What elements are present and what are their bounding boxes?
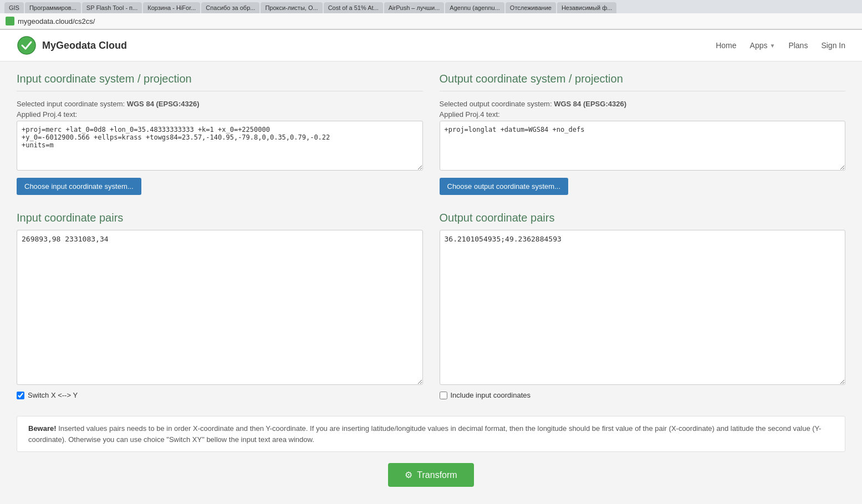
input-coord-pairs-textarea[interactable]: 269893,98 2331083,34: [17, 230, 423, 385]
nav-apps-label: Apps: [750, 41, 768, 50]
input-coord-pairs: Input coordinate pairs 269893,98 2331083…: [17, 212, 423, 399]
tab-gis[interactable]: GIS: [4, 2, 24, 13]
output-proj-label: Applied Proj.4 text:: [440, 110, 846, 119]
transform-label: Transform: [417, 470, 457, 480]
include-input-row: Include input coordinates: [440, 391, 846, 399]
output-selected-value: WGS 84 (EPSG:4326): [554, 100, 626, 108]
brand-name: MyGeodata Cloud: [42, 40, 127, 52]
output-selected-label: Selected output coordinate system: WGS 8…: [440, 100, 846, 108]
include-input-checkbox[interactable]: [440, 392, 447, 399]
tab-prog[interactable]: Программиров...: [25, 2, 81, 13]
address-text: mygeodata.cloud/cs2cs/: [18, 17, 95, 25]
tab-nezav[interactable]: Независимый ф...: [557, 2, 617, 13]
input-coord-pairs-title: Input coordinate pairs: [17, 212, 423, 224]
input-selected-value: WGS 84 (EPSG:4326): [127, 100, 200, 108]
svg-point-0: [18, 37, 35, 54]
input-coord-system-title: Input coordinate system / projection: [17, 73, 423, 85]
tab-bar: GIS Программиров... SP Flash Tool - п...…: [0, 0, 862, 13]
tab-airpush[interactable]: AirPush – лучши...: [384, 2, 445, 13]
nav-apps-dropdown[interactable]: Apps ▼: [750, 41, 776, 50]
navbar-links: Home Apps ▼ Plans Sign In: [716, 41, 845, 50]
brand-logo-icon: [17, 35, 37, 55]
gear-icon: ⚙: [405, 470, 412, 480]
nav-home[interactable]: Home: [716, 41, 736, 50]
tab-otslez[interactable]: Отслеживание: [506, 2, 556, 13]
output-coord-system-title: Output coordinate system / projection: [440, 73, 846, 85]
navbar: MyGeodata Cloud Home Apps ▼ Plans Sign I…: [0, 30, 862, 61]
include-input-label: Include input coordinates: [451, 391, 531, 399]
transform-button[interactable]: ⚙ Transform: [388, 463, 473, 487]
tab-cost[interactable]: Cost of a 51% At...: [324, 2, 383, 13]
input-coord-system: Input coordinate system / projection Sel…: [17, 73, 423, 195]
warning-box: Beware! Inserted values pairs needs to b…: [17, 416, 845, 452]
input-selected-label: Selected input coordinate system: WGS 84…: [17, 100, 423, 108]
tab-spasibo[interactable]: Спасибо за обр...: [201, 2, 259, 13]
nav-signin[interactable]: Sign In: [821, 41, 845, 50]
tab-agennu[interactable]: Agennu (agennu...: [445, 2, 504, 13]
choose-input-coord-button[interactable]: Choose input coordinate system...: [17, 178, 141, 195]
coord-pairs-section: Input coordinate pairs 269893,98 2331083…: [17, 212, 845, 399]
address-bar[interactable]: mygeodata.cloud/cs2cs/: [0, 13, 862, 29]
switch-xy-checkbox[interactable]: [17, 392, 24, 399]
input-proj-label: Applied Proj.4 text:: [17, 110, 423, 119]
input-proj-textarea[interactable]: +proj=merc +lat_0=0d8 +lon_0=35.48333333…: [17, 121, 423, 171]
favicon-icon: [6, 17, 14, 25]
chevron-down-icon: ▼: [769, 43, 775, 49]
nav-plans[interactable]: Plans: [788, 41, 808, 50]
browser-chrome: GIS Программиров... SP Flash Tool - п...…: [0, 0, 862, 30]
transform-row: ⚙ Transform: [17, 463, 845, 487]
main-content: Input coordinate system / projection Sel…: [0, 61, 862, 504]
switch-xy-row: Switch X <--> Y: [17, 391, 423, 399]
choose-output-coord-button[interactable]: Choose output coordinate system...: [440, 178, 569, 195]
warning-text: Inserted values pairs needs to be in ord…: [28, 424, 821, 444]
output-coord-pairs-textarea[interactable]: 36.2101054935;49.2362884593: [440, 230, 846, 385]
brand: MyGeodata Cloud: [17, 35, 127, 55]
output-coord-pairs-title: Output coordinate pairs: [440, 212, 846, 224]
output-coord-pairs: Output coordinate pairs 36.2101054935;49…: [440, 212, 846, 399]
tab-proksi[interactable]: Прокси-листы, О...: [261, 2, 322, 13]
coord-system-section: Input coordinate system / projection Sel…: [17, 73, 845, 195]
output-coord-system: Output coordinate system / projection Se…: [440, 73, 846, 195]
switch-xy-label: Switch X <--> Y: [28, 391, 78, 399]
tab-korzina[interactable]: Корзина - HiFor...: [143, 2, 200, 13]
output-proj-textarea[interactable]: +proj=longlat +datum=WGS84 +no_defs: [440, 121, 846, 171]
tab-sp[interactable]: SP Flash Tool - п...: [82, 2, 142, 13]
warning-beware: Beware!: [28, 424, 57, 433]
